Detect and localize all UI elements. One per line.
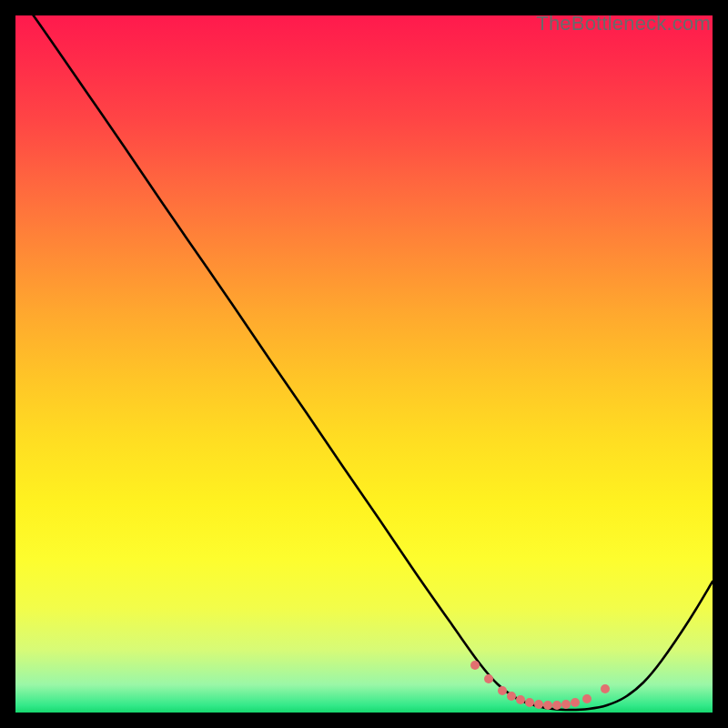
watermark-text: TheBottleneck.com (536, 12, 711, 35)
curve-layer (15, 15, 713, 713)
optimal-marker (582, 694, 592, 703)
optimal-marker (470, 661, 480, 670)
optimal-marker-cluster (470, 661, 610, 710)
optimal-marker (561, 700, 571, 709)
optimal-marker (525, 698, 534, 707)
plot-area (15, 15, 713, 713)
optimal-marker (543, 701, 552, 710)
optimal-marker (571, 698, 580, 707)
optimal-marker (484, 674, 493, 683)
optimal-marker (516, 695, 525, 704)
optimal-marker (552, 701, 561, 710)
chart-frame: TheBottleneck.com (15, 15, 713, 713)
optimal-marker (498, 686, 507, 695)
optimal-marker (601, 684, 610, 693)
optimal-marker (507, 692, 516, 701)
optimal-marker (534, 700, 543, 709)
bottleneck-curve (15, 15, 713, 710)
